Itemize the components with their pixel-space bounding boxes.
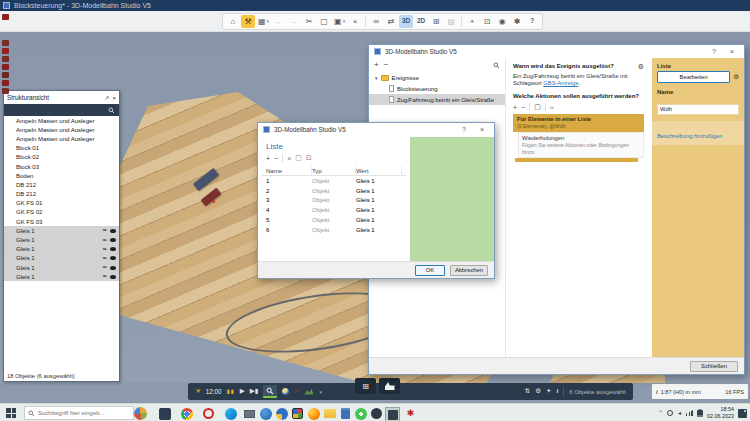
code-icon[interactable]: ‹› <box>550 104 554 110</box>
start-button[interactable] <box>6 408 16 418</box>
list-item[interactable]: DB 212 <box>4 190 119 199</box>
opera-icon[interactable] <box>202 407 215 420</box>
daylight-icon[interactable]: ☀ <box>195 388 201 395</box>
table-row[interactable]: 2ObjektGleis 1 <box>262 186 406 196</box>
edge-shortcut-icon[interactable] <box>2 72 9 78</box>
search-input[interactable] <box>38 410 124 416</box>
list-item[interactable]: GK FS 01 <box>4 199 119 208</box>
redo-icon[interactable]: → <box>287 15 301 28</box>
list-item[interactable]: Ampeln Masten und Ausleger <box>4 125 119 134</box>
gear-icon[interactable]: ⚙ <box>535 388 541 395</box>
list-item-selected[interactable]: Gleis 1✏ <box>4 235 119 244</box>
edit-icon[interactable]: ✏ <box>103 256 107 261</box>
visibility-icon[interactable] <box>110 266 116 270</box>
plugin-icon[interactable]: ✱ <box>510 15 524 28</box>
red-app-icon[interactable]: ✱ <box>404 407 417 420</box>
list-item[interactable]: Boden <box>4 171 119 180</box>
tree-node[interactable]: Blocksteuerung <box>369 83 505 94</box>
column-header-typ[interactable]: Typ <box>312 166 356 176</box>
step-forward-icon[interactable]: ▶▮ <box>250 388 259 395</box>
terrain-tool-icon[interactable] <box>304 389 313 395</box>
visibility-icon[interactable] <box>110 238 116 242</box>
thunderbird-icon[interactable] <box>259 407 272 420</box>
list-item[interactable]: GK FS 03 <box>4 217 119 226</box>
add-description-link[interactable]: Beschreibung hinzufügen <box>657 133 722 139</box>
table-row[interactable]: 6ObjektGleis 1 <box>262 225 406 235</box>
visibility-icon[interactable] <box>110 275 116 279</box>
sliders-icon[interactable]: ⇅ <box>525 388 530 395</box>
edge-shortcut-icon[interactable] <box>2 40 9 46</box>
tray-app-icon[interactable] <box>667 410 673 416</box>
edge-shortcut-icon[interactable] <box>2 48 9 54</box>
modellbahn-app-icon[interactable] <box>158 407 171 420</box>
gear-icon[interactable]: ⚙ <box>638 63 644 70</box>
list-item[interactable]: Block 02 <box>4 153 119 162</box>
list-item[interactable]: Ampeln Masten und Ausleger <box>4 134 119 143</box>
delete-icon[interactable]: × <box>287 155 291 162</box>
list-item[interactable]: Block 03 <box>4 162 119 171</box>
table-row[interactable]: 4ObjektGleis 1 <box>262 205 406 215</box>
loop-action-block[interactable]: Für Elemente in einer Liste (0 Elemente)… <box>513 114 644 132</box>
edit-icon[interactable]: ✏ <box>103 265 107 270</box>
add-icon[interactable]: + <box>266 155 270 162</box>
shield-icon[interactable] <box>697 409 703 417</box>
list-item[interactable]: Block 01 <box>4 144 119 153</box>
link-icon[interactable]: ∞ <box>369 15 383 28</box>
visibility-icon[interactable] <box>110 256 116 260</box>
taskbar-clock[interactable]: 18:54 02.06.2023 <box>707 406 734 420</box>
column-header-wert[interactable]: Wert <box>356 166 402 176</box>
shuffle-tool-icon[interactable]: ⤫ <box>294 388 299 395</box>
edge-shortcut-icon[interactable] <box>2 14 9 20</box>
list-item[interactable]: Ampeln Masten und Ausleger <box>4 116 119 125</box>
pause-icon[interactable]: ▮▮ <box>227 389 235 395</box>
weather-widget-icon[interactable] <box>134 407 147 420</box>
taskbar-search[interactable] <box>24 406 134 420</box>
gear-icon[interactable]: ⚙ <box>733 74 739 81</box>
save-icon[interactable]: ▦▾ <box>256 15 271 28</box>
ok-button[interactable]: OK <box>415 265 445 276</box>
chevron-down-icon[interactable]: ▾ <box>319 389 322 395</box>
whatsapp-icon[interactable] <box>354 407 367 420</box>
remove-icon[interactable]: − <box>521 104 525 111</box>
list-item-selected[interactable]: Gleis 1✏ <box>4 263 119 272</box>
list-item-selected[interactable]: Gleis 1✏ <box>4 226 119 235</box>
cancel-button[interactable]: Abbrechen <box>450 265 488 276</box>
measure-icon[interactable]: ▤ <box>444 15 458 28</box>
chrome-icon[interactable] <box>180 407 193 420</box>
network-icon[interactable] <box>686 410 693 416</box>
swap-icon[interactable]: ⇄ <box>384 15 398 28</box>
repeat-placeholder-card[interactable]: Wiederholungen Fügen Sie weitere Aktione… <box>518 132 644 158</box>
list-item[interactable]: GK FS 02 <box>4 208 119 217</box>
search-icon[interactable] <box>493 62 500 69</box>
add-icon[interactable]: + <box>465 15 479 28</box>
color-grid-app-icon[interactable] <box>291 407 304 420</box>
table-row[interactable]: 5ObjektGleis 1 <box>262 215 406 225</box>
help-button[interactable]: ? <box>525 15 539 28</box>
list-item-selected[interactable]: Gleis 1✏ <box>4 245 119 254</box>
edge-shortcut-icon[interactable] <box>2 64 9 70</box>
firefox-icon[interactable] <box>307 407 320 420</box>
table-row[interactable]: 1ObjektGleis 1 <box>262 176 406 186</box>
copy-icon[interactable]: ▢ <box>317 15 331 28</box>
monitor-icon[interactable] <box>243 407 256 420</box>
edge-shortcut-icon[interactable] <box>2 80 9 86</box>
help-icon[interactable]: ? <box>457 126 471 133</box>
edge-icon[interactable] <box>224 407 237 420</box>
copy-icon[interactable]: ▢ <box>295 154 302 162</box>
name-input[interactable] <box>657 104 739 115</box>
volume-icon[interactable]: ◄ <box>677 411 682 416</box>
paste-icon[interactable]: ▣▾ <box>332 15 347 28</box>
list-item-selected[interactable]: Gleis 1✏ <box>4 272 119 281</box>
edit-icon[interactable]: ✏ <box>103 238 107 243</box>
column-header-name[interactable]: Name <box>262 166 312 176</box>
edit-icon[interactable]: ✏ <box>103 228 107 233</box>
edge-shortcut-icon[interactable] <box>2 56 9 62</box>
globe-app-icon[interactable] <box>275 407 288 420</box>
play-icon[interactable]: ▶ <box>240 388 245 395</box>
view-2d-button[interactable]: 2D <box>414 15 428 28</box>
view-3d-button[interactable]: 3D <box>399 15 413 28</box>
close-button[interactable]: Schließen <box>690 361 738 372</box>
close-icon[interactable]: × <box>475 126 489 133</box>
remove-icon[interactable]: − <box>384 61 389 69</box>
edit-icon[interactable]: ✏ <box>103 247 107 252</box>
